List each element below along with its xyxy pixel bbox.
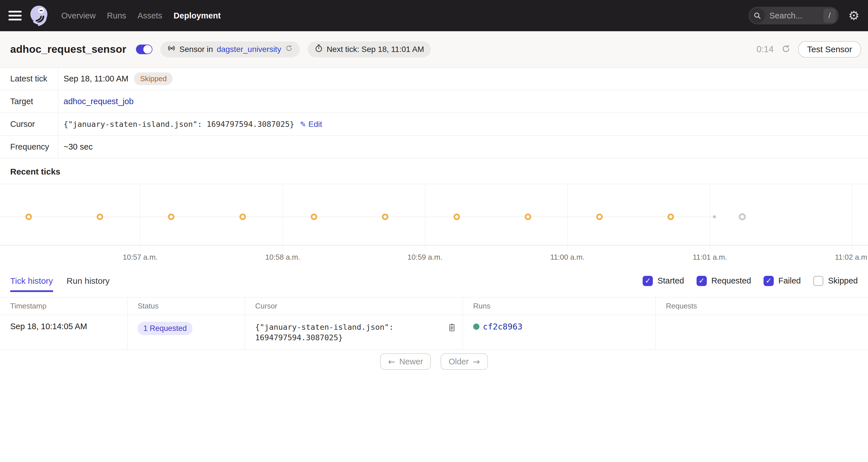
axis-label: 11:02 a.m. — [835, 253, 868, 261]
sensor-location-prefix: Sensor in — [179, 45, 213, 54]
toggle-knob — [143, 45, 152, 54]
tick-skipped-icon[interactable] — [596, 214, 603, 220]
timeline-line — [0, 217, 714, 217]
frequency-label: Frequency — [0, 136, 58, 158]
checkbox-check-icon: ✓ — [764, 276, 774, 286]
nav-item-overview[interactable]: Overview — [61, 11, 96, 21]
filter-checkbox-started[interactable]: ✓ Started — [643, 276, 684, 286]
tick-skipped-icon[interactable] — [26, 214, 32, 220]
gear-icon[interactable]: ⚙ — [848, 9, 860, 22]
filter-checkbox-failed[interactable]: ✓ Failed — [764, 276, 801, 286]
row-timestamp: Sep 18, 10:14:05 AM — [10, 322, 87, 331]
gridline — [567, 184, 568, 249]
copy-cursor-icon[interactable] — [447, 323, 457, 343]
detail-row-target: Target adhoc_request_job — [0, 90, 868, 113]
filter-checkbox-skipped[interactable]: ✓ Skipped — [813, 276, 858, 286]
older-button[interactable]: Older → — [440, 353, 488, 370]
right-arrow-icon: → — [473, 357, 480, 367]
sensor-details: Latest tick Sep 18, 11:00 AM Skipped Tar… — [0, 67, 868, 158]
gridline — [283, 184, 283, 249]
axis-label: 11:01 a.m. — [693, 253, 727, 261]
col-header-requests: Requests — [655, 298, 868, 315]
row-status-badge: 1 Requested — [138, 322, 192, 335]
axis-label: 10:57 a.m. — [123, 253, 158, 261]
latest-tick-status-badge: Skipped — [134, 72, 173, 85]
col-header-timestamp: Timestamp — [0, 298, 127, 315]
timeline-axis — [0, 245, 868, 245]
tick-evaluating-icon — [739, 213, 746, 220]
nav-item-runs[interactable]: Runs — [107, 11, 126, 21]
search-shortcut-badge: / — [824, 8, 836, 23]
target-job-link[interactable]: adhoc_request_job — [64, 97, 134, 106]
col-header-runs: Runs — [463, 298, 655, 315]
recent-ticks-chart: 10:57 a.m.10:58 a.m.10:59 a.m.11:00 a.m.… — [0, 184, 868, 264]
latest-tick-label: Latest tick — [0, 67, 58, 90]
col-header-status: Status — [127, 298, 245, 315]
page-title: adhoc_request_sensor — [10, 43, 126, 55]
target-label: Target — [0, 90, 58, 113]
latest-tick-value: Sep 18, 11:00 AM — [64, 74, 128, 84]
detail-row-frequency: Frequency ~30 sec — [0, 136, 868, 158]
detail-row-cursor: Cursor {"january-staten-island.json": 16… — [0, 113, 868, 136]
tab-tick-history[interactable]: Tick history — [10, 276, 53, 292]
reload-location-icon[interactable] — [285, 44, 293, 54]
code-location-link[interactable]: dagster_university — [217, 45, 281, 54]
sensor-signal-icon — [167, 44, 176, 55]
tick-skipped-icon[interactable] — [525, 214, 531, 220]
axis-label: 11:00 a.m. — [550, 253, 585, 261]
tick-skipped-icon[interactable] — [668, 214, 674, 220]
table-row: Sep 18, 10:14:05 AM 1 Requested {"januar… — [0, 315, 868, 350]
recent-ticks-title: Recent ticks — [0, 158, 868, 184]
run-id: cf2c8963 — [483, 322, 523, 332]
gridline — [710, 184, 710, 249]
next-tick-badge: Next tick: Sep 18, 11:01 AM — [308, 41, 431, 57]
sensor-toggle[interactable] — [136, 44, 152, 54]
axis-label: 10:59 a.m. — [408, 253, 442, 261]
edit-pencil-icon: ✎ — [300, 120, 306, 128]
nav-item-assets[interactable]: Assets — [138, 11, 162, 21]
newer-button[interactable]: ← Newer — [380, 353, 431, 370]
col-header-cursor: Cursor — [245, 298, 463, 315]
sensor-header: adhoc_request_sensor Sensor in dagster_u… — [0, 31, 868, 67]
sensor-location-badge: Sensor in dagster_university — [160, 41, 300, 57]
tick-skipped-icon[interactable] — [454, 214, 460, 220]
tab-run-history[interactable]: Run history — [67, 276, 110, 292]
row-cursor-value: {"january-staten-island.json": 169479759… — [255, 322, 406, 343]
top-nav: Overview Runs Assets Deployment Search..… — [0, 0, 868, 31]
test-sensor-button[interactable]: Test Sensor — [798, 41, 861, 58]
run-link[interactable]: cf2c8963 — [473, 322, 655, 332]
cursor-value: {"january-staten-island.json": 169479759… — [64, 120, 294, 128]
tick-skipped-icon[interactable] — [311, 214, 317, 220]
checkbox-check-icon: ✓ — [643, 276, 653, 286]
detail-row-latest-tick: Latest tick Sep 18, 11:00 AM Skipped — [0, 67, 868, 90]
gridline — [425, 184, 425, 249]
search-placeholder: Search... — [770, 11, 802, 21]
tick-cursor-dot-icon — [713, 215, 716, 218]
gridline — [852, 184, 852, 249]
history-bar: Tick history Run history ✓ Started ✓ Req… — [0, 271, 868, 292]
run-status-dot-icon — [473, 324, 479, 330]
checkbox-check-icon: ✓ — [813, 276, 824, 286]
cursor-edit-link[interactable]: ✎ Edit — [300, 120, 322, 129]
menu-icon[interactable] — [8, 11, 22, 21]
refresh-icon[interactable] — [781, 44, 791, 55]
filter-checkbox-requested[interactable]: ✓ Requested — [696, 276, 751, 286]
main-nav: Overview Runs Assets Deployment — [61, 11, 221, 21]
tick-skipped-icon[interactable] — [168, 214, 175, 220]
checkbox-check-icon: ✓ — [696, 276, 707, 286]
search-input[interactable]: Search... / — [748, 7, 839, 24]
stopwatch-icon — [314, 44, 323, 55]
gridline — [140, 184, 141, 249]
tick-skipped-icon[interactable] — [97, 214, 103, 220]
pagination: ← Newer Older → — [0, 353, 868, 370]
left-arrow-icon: ← — [388, 357, 395, 367]
dagster-logo[interactable] — [28, 4, 50, 27]
tick-skipped-icon[interactable] — [240, 214, 246, 220]
tick-skipped-icon[interactable] — [382, 214, 389, 220]
table-header: Timestamp Status Cursor Runs Requests — [0, 297, 868, 315]
search-icon — [750, 8, 765, 23]
nav-item-deployment[interactable]: Deployment — [174, 11, 221, 21]
refresh-countdown: 0:14 — [756, 44, 773, 55]
cursor-label: Cursor — [0, 113, 58, 135]
tick-history-table: Timestamp Status Cursor Runs Requests Se… — [0, 297, 868, 350]
